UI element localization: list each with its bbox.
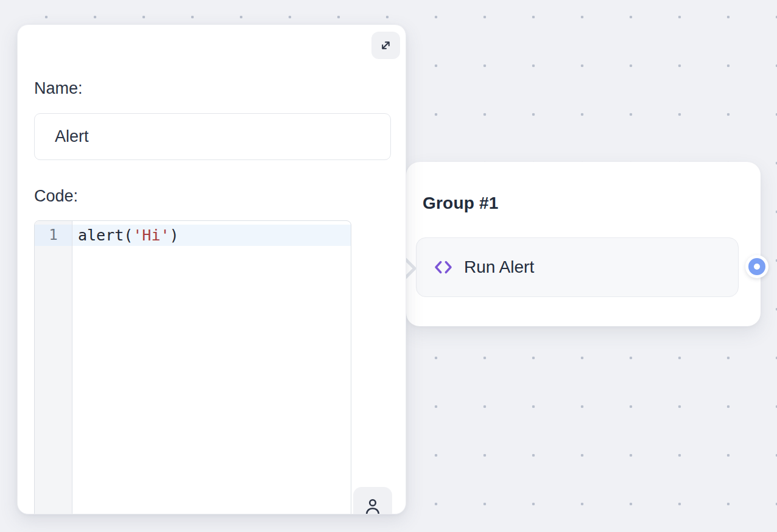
expand-button[interactable] [371, 32, 400, 59]
code-token-function: alert( [78, 226, 133, 244]
group-title: Group #1 [423, 194, 499, 213]
name-label: Name: [34, 79, 83, 98]
code-editor[interactable]: 1 alert('Hi') [34, 220, 351, 514]
code-icon [433, 257, 454, 278]
name-input[interactable] [34, 113, 391, 160]
user-icon [363, 497, 382, 514]
run-alert-item[interactable]: Run Alert [416, 237, 739, 297]
connection-handle[interactable] [748, 258, 765, 275]
flow-canvas[interactable]: Group #1 Run Alert Name: Code: [0, 0, 777, 532]
user-button[interactable] [353, 487, 392, 514]
code-token-paren: ) [170, 226, 179, 244]
node-editor-panel: Name: Code: 1 alert('Hi') [17, 24, 406, 514]
editor-gutter: 1 [35, 221, 72, 514]
run-alert-label: Run Alert [464, 257, 534, 277]
code-line: alert('Hi') [72, 225, 351, 246]
code-token-string: 'Hi' [133, 226, 169, 244]
code-content[interactable]: alert('Hi') [72, 221, 351, 514]
code-label: Code: [34, 187, 78, 206]
expand-icon [379, 38, 393, 52]
line-number: 1 [35, 225, 72, 246]
group-node[interactable]: Group #1 Run Alert [406, 162, 761, 326]
